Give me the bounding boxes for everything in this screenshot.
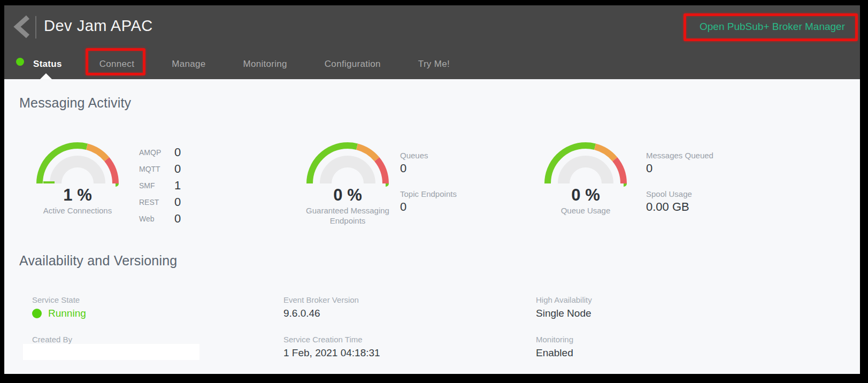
service-state-value: Running [32, 308, 86, 319]
tab-configuration[interactable]: Configuration [325, 59, 381, 70]
stat-row-smf: SMF 1 [139, 177, 181, 194]
field-monitoring: Monitoring Enabled [536, 334, 573, 359]
queue-usage-gauge-icon [543, 140, 628, 187]
stat-row-amqp: AMQP 0 [139, 144, 181, 160]
tab-status[interactable]: Status [33, 59, 62, 70]
guaranteed-messaging-caption: Guaranteed Messaging Endpoints [294, 205, 401, 226]
messages-queued-value: 0 [646, 161, 764, 176]
stat-row-rest: REST 0 [139, 194, 181, 210]
open-broker-manager-link[interactable]: Open PubSub+ Broker Manager [700, 21, 845, 33]
spool-usage-value: 0.00 GB [646, 200, 764, 215]
tab-manage[interactable]: Manage [172, 59, 205, 70]
page-header: Dev Jam APAC Open PubSub+ Broker Manager… [4, 5, 860, 79]
spool-stats: Messages Queued 0 Spool Usage 0.00 GB [646, 150, 764, 227]
field-service-state: Service State Running [32, 295, 86, 319]
page-title: Dev Jam APAC [44, 17, 153, 35]
active-connections-gauge-icon [35, 140, 120, 187]
active-connections-percent: 1 % [35, 186, 120, 205]
topic-endpoints-label: Topic Endpoints [400, 189, 518, 200]
guaranteed-messaging-gauge-icon [305, 140, 390, 187]
topic-endpoints-value: 0 [400, 200, 518, 215]
created-by-redacted-value [23, 344, 199, 360]
running-dot-icon [32, 309, 42, 318]
field-created-by: Created By [32, 334, 72, 345]
queues-label: Queues [400, 150, 518, 161]
queue-usage-percent: 0 % [543, 186, 628, 205]
back-button[interactable] [12, 14, 33, 40]
tab-try-me[interactable]: Try Me! [418, 59, 450, 70]
section-title-messaging-activity: Messaging Activity [19, 95, 131, 111]
tab-connect[interactable]: Connect [99, 59, 134, 70]
section-title-availability: Availability and Versioning [19, 253, 177, 269]
protocol-connection-stats: AMQP 0 MQTT 0 SMF 1 REST 0 Web 0 [139, 144, 181, 227]
chevron-left-icon [12, 14, 33, 40]
stat-row-mqtt: MQTT 0 [139, 160, 181, 177]
endpoint-stats: Queues 0 Topic Endpoints 0 [400, 150, 518, 227]
tab-bar: Status Connect Manage Monitoring Configu… [4, 49, 860, 79]
active-tab-caret [40, 73, 52, 79]
service-status-dot-icon [16, 58, 24, 66]
messages-queued-label: Messages Queued [646, 150, 764, 161]
guaranteed-messaging-percent: 0 % [305, 186, 390, 205]
queue-usage-caption: Queue Usage [532, 205, 639, 216]
title-divider [35, 16, 36, 39]
active-connections-caption: Active Connections [24, 205, 131, 216]
queues-value: 0 [400, 161, 518, 176]
screenshot-root: Dev Jam APAC Open PubSub+ Broker Manager… [0, 0, 868, 383]
tab-monitoring[interactable]: Monitoring [243, 59, 287, 70]
spool-usage-label: Spool Usage [646, 189, 764, 200]
field-event-broker-version: Event Broker Version 9.6.0.46 [283, 295, 359, 320]
field-service-creation-time: Service Creation Time 1 Feb, 2021 04:18:… [283, 334, 380, 359]
service-detail-page: Dev Jam APAC Open PubSub+ Broker Manager… [4, 5, 860, 374]
stat-row-web: Web 0 [139, 210, 181, 227]
field-high-availability: High Availability Single Node [536, 295, 592, 320]
